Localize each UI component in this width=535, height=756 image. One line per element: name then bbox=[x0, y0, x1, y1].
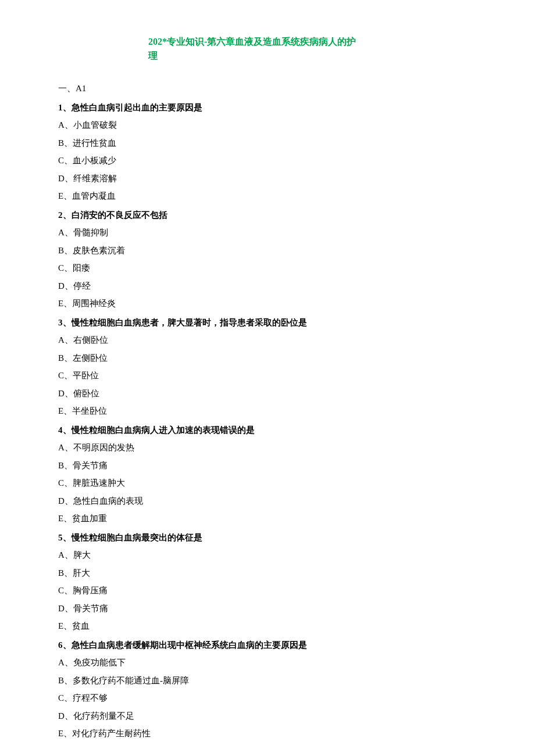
question-option: D、化疗药剂量不足 bbox=[58, 708, 477, 725]
question-option: B、皮肤色素沉着 bbox=[58, 242, 477, 259]
question-option: E、周围神经炎 bbox=[58, 295, 477, 312]
questions-container: 1、急性白血病引起出血的主要原因是A、小血管破裂B、进行性贫血C、血小板减少D、… bbox=[58, 99, 477, 742]
question-option: C、血小板减少 bbox=[58, 152, 477, 169]
question-option: D、俯卧位 bbox=[58, 385, 477, 402]
question-option: B、进行性贫血 bbox=[58, 135, 477, 152]
question-option: B、左侧卧位 bbox=[58, 350, 477, 367]
question-option: A、脾大 bbox=[58, 547, 477, 564]
question-option: E、对化疗药产生耐药性 bbox=[58, 725, 477, 742]
question-option: E、血管内凝血 bbox=[58, 188, 477, 205]
question-option: C、胸骨压痛 bbox=[58, 582, 477, 599]
section-label: 一、A1 bbox=[58, 80, 477, 97]
question-text: 2、白消安的不良反应不包括 bbox=[58, 207, 477, 224]
question-option: E、贫血加重 bbox=[58, 510, 477, 527]
question-option: B、肝大 bbox=[58, 565, 477, 582]
question-text: 1、急性白血病引起出血的主要原因是 bbox=[58, 99, 477, 116]
question-option: C、脾脏迅速肿大 bbox=[58, 475, 477, 492]
question-option: C、阳痿 bbox=[58, 260, 477, 277]
question-option: A、右侧卧位 bbox=[58, 332, 477, 349]
question-option: D、急性白血病的表现 bbox=[58, 493, 477, 510]
question-text: 6、急性白血病患者缓解期出现中枢神经系统白血病的主要原因是 bbox=[58, 637, 477, 654]
question-option: A、不明原因的发热 bbox=[58, 439, 477, 456]
question-option: C、疗程不够 bbox=[58, 690, 477, 707]
document-title: 202*专业知识-第六章血液及造血系统疾病病人的护理 bbox=[148, 35, 358, 63]
question-option: A、免疫功能低下 bbox=[58, 654, 477, 671]
question-option: B、骨关节痛 bbox=[58, 457, 477, 474]
question-option: E、半坐卧位 bbox=[58, 403, 477, 420]
question-option: E、贫血 bbox=[58, 618, 477, 635]
question-option: A、小血管破裂 bbox=[58, 117, 477, 134]
question-option: D、骨关节痛 bbox=[58, 600, 477, 617]
question-option: C、平卧位 bbox=[58, 367, 477, 384]
question-option: D、纤维素溶解 bbox=[58, 170, 477, 187]
question-text: 3、慢性粒细胞白血病患者，脾大显著时，指导患者采取的卧位是 bbox=[58, 314, 477, 331]
question-text: 5、慢性粒细胞白血病最突出的体征是 bbox=[58, 529, 477, 546]
question-option: A、骨髓抑制 bbox=[58, 224, 477, 241]
question-option: B、多数化疗药不能通过血-脑屏障 bbox=[58, 672, 477, 689]
question-text: 4、慢性粒细胞白血病病人进入加速的表现错误的是 bbox=[58, 422, 477, 439]
question-option: D、停经 bbox=[58, 278, 477, 295]
